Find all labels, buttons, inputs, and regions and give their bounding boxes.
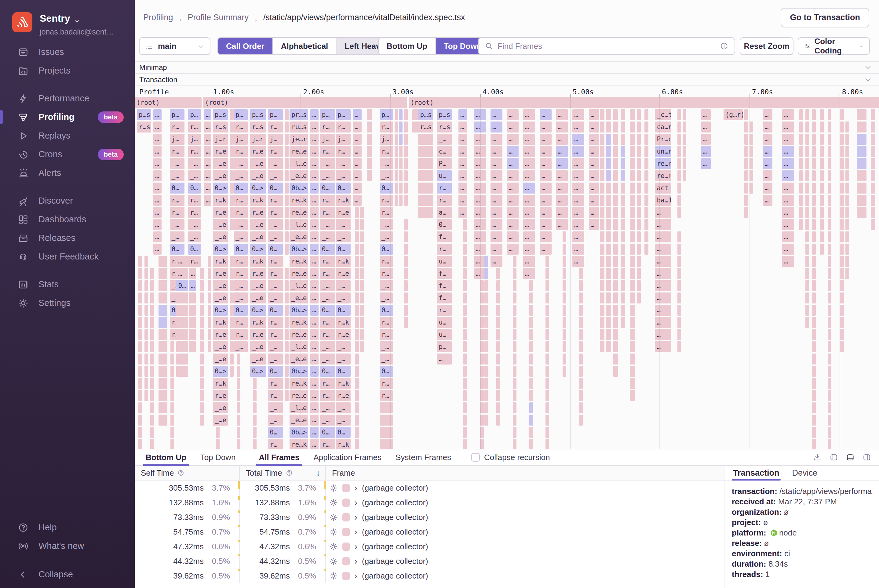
flame-frame[interactable] [176, 304, 188, 316]
flame-frame[interactable]: … [523, 256, 535, 267]
flame-frame[interactable] [253, 402, 257, 413]
flame-frame[interactable] [805, 183, 809, 194]
flame-frame[interactable] [484, 402, 488, 413]
flame-frame[interactable]: … [310, 341, 319, 352]
flame-frame[interactable] [484, 341, 488, 352]
flame-frame[interactable]: 0… [336, 366, 351, 377]
flame-frame[interactable] [545, 354, 549, 364]
flame-frame[interactable] [606, 304, 611, 316]
flame-frame[interactable] [355, 256, 359, 267]
flame-frame[interactable] [812, 109, 816, 120]
flame-frame[interactable]: … [490, 183, 502, 194]
flame-frame[interactable] [630, 109, 635, 120]
flame-frame[interactable] [840, 329, 844, 340]
flame-frame[interactable]: _… [320, 354, 335, 364]
flame-frame[interactable] [138, 292, 142, 303]
flame-frame[interactable]: _…e [213, 219, 228, 230]
flame-frame[interactable]: … [655, 304, 671, 316]
flame-frame[interactable] [176, 317, 188, 328]
flame-frame[interactable]: r… [188, 195, 201, 206]
flame-frame[interactable]: j… [336, 134, 351, 145]
flame-frame[interactable] [828, 244, 831, 255]
flame-frame[interactable] [395, 158, 398, 169]
flame-frame[interactable]: … [310, 256, 319, 267]
flame-frame[interactable] [600, 146, 604, 157]
flame-frame[interactable] [600, 341, 604, 352]
flame-frame[interactable] [750, 122, 753, 132]
flame-frame[interactable]: … [153, 146, 162, 157]
flame-frame[interactable]: … [310, 354, 319, 364]
flame-frame[interactable] [484, 354, 488, 364]
flame-frame[interactable] [367, 146, 372, 157]
flame-frame[interactable]: r… [437, 183, 452, 194]
flame-frame[interactable] [496, 304, 500, 316]
flame-frame[interactable]: _… [336, 341, 351, 352]
flame-frame[interactable] [563, 354, 566, 364]
flame-frame[interactable] [138, 415, 142, 426]
flame-frame[interactable]: r… [320, 195, 335, 206]
flame-frame[interactable]: 0… [380, 304, 393, 316]
sort-desc-icon[interactable]: ↓ [316, 468, 320, 478]
flame-frame[interactable]: … [310, 195, 319, 206]
flame-frame[interactable]: r… [380, 329, 393, 340]
flame-frame[interactable]: 0…> [213, 183, 228, 194]
flame-frame[interactable] [404, 280, 408, 291]
flame-frame[interactable]: … [310, 366, 319, 377]
flame-frame[interactable] [285, 134, 288, 145]
flame-frame[interactable]: r…k [250, 317, 267, 328]
flame-frame[interactable]: 0…> [250, 183, 267, 194]
flame-frame[interactable] [208, 341, 211, 352]
flame-frame[interactable] [484, 268, 488, 279]
flame-frame[interactable]: r…k [336, 195, 351, 206]
sidebar-item-stats[interactable]: Stats [0, 275, 135, 294]
flame-frame[interactable]: … [589, 122, 599, 132]
flame-frame[interactable]: … [540, 122, 551, 132]
flame-frame[interactable]: r… [380, 317, 393, 328]
flame-frame[interactable] [159, 366, 167, 377]
flame-frame[interactable] [845, 207, 849, 218]
flame-frame[interactable]: _… [188, 219, 201, 230]
org-name[interactable]: Sentry [40, 13, 70, 24]
flame-frame[interactable]: … [490, 170, 502, 182]
flame-frame[interactable] [630, 207, 635, 218]
flame-frame[interactable]: … [572, 170, 584, 182]
flame-frame[interactable] [404, 109, 408, 120]
sort-option-alphabetical[interactable]: Alphabetical [273, 38, 337, 54]
flame-frame[interactable]: … [310, 244, 319, 255]
flame-frame[interactable]: r… [234, 207, 248, 218]
flame-frame[interactable] [253, 427, 257, 438]
flame-frame[interactable]: re…r [655, 170, 671, 182]
flame-frame[interactable]: _… [336, 354, 351, 364]
flame-frame[interactable] [496, 366, 500, 377]
flame-frame[interactable]: 0… [336, 304, 351, 316]
flame-frame[interactable] [799, 195, 803, 206]
flame-frame[interactable]: r… [234, 256, 248, 267]
flame-frame[interactable] [828, 231, 831, 242]
flame-frame[interactable] [360, 280, 364, 291]
flame-frame[interactable] [812, 390, 816, 401]
flame-frame[interactable]: r… [437, 244, 452, 255]
flame-frame[interactable] [630, 268, 635, 279]
flame-frame[interactable] [230, 366, 234, 377]
flame-frame[interactable] [230, 317, 234, 328]
go-to-transaction-button[interactable]: Go to Transaction [781, 8, 869, 27]
flame-frame[interactable] [828, 415, 831, 426]
flame-frame[interactable] [828, 390, 831, 401]
flame-frame[interactable] [170, 415, 174, 426]
flame-frame[interactable]: pr…s [290, 109, 308, 120]
flame-frame[interactable] [840, 292, 844, 303]
flame-frame[interactable] [828, 402, 831, 413]
flame-frame[interactable] [404, 170, 408, 182]
flame-frame[interactable]: _… [268, 341, 283, 352]
flame-frame[interactable] [621, 304, 625, 316]
flame-frame[interactable]: _…e [250, 292, 267, 303]
flame-frame[interactable] [637, 207, 641, 218]
sidebar-item-user-feedback[interactable]: User Feedback [0, 247, 135, 266]
flame-frame[interactable] [285, 244, 288, 255]
flame-frame[interactable] [820, 158, 824, 169]
flame-frame[interactable] [208, 292, 211, 303]
flame-frame[interactable]: _… [234, 292, 248, 303]
flame-frame[interactable] [230, 109, 234, 120]
flame-frame[interactable]: 0… [268, 183, 283, 194]
flame-frame[interactable] [380, 439, 393, 449]
